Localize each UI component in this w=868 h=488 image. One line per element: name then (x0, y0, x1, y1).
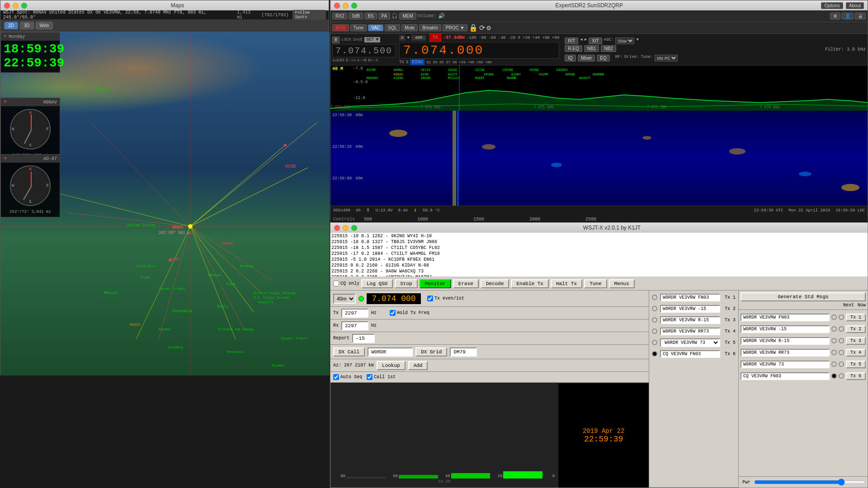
tx1-radio[interactable] (652, 295, 657, 300)
tx2-radio[interactable] (652, 306, 657, 311)
msg-row-2[interactable]: 225915 -18 1.5 1587 - CT1ILT CO5YBC FL02 (331, 245, 867, 251)
hold-tx-checkbox[interactable] (390, 310, 396, 316)
nb1-btn[interactable]: NB1 (584, 45, 599, 52)
req-btn[interactable]: R.EQ (565, 45, 582, 52)
wsjt-maximize-btn[interactable] (351, 225, 357, 231)
gen-tx6-btn[interactable]: Tx 6 (846, 372, 866, 380)
tx6-radio[interactable] (652, 351, 657, 357)
set-btn[interactable]: SET ▼ (364, 37, 380, 42)
call-1st-check[interactable]: Call 1st (367, 374, 396, 380)
proc-btn[interactable]: PROC ▼ (443, 24, 468, 31)
msg-row-3[interactable]: 225915 -17 0.2 1884 - CT1ILT WA4MGL FM16 (331, 251, 867, 257)
tx5-radio[interactable] (652, 340, 657, 345)
tx-even-checkbox[interactable] (427, 296, 433, 301)
mute-btn[interactable]: Mute (401, 24, 418, 31)
sql-btn[interactable]: SQL (385, 24, 400, 31)
gen-input-3[interactable] (741, 349, 830, 357)
sdr-about-btn[interactable]: About (846, 2, 864, 9)
gen-radio-next-3[interactable] (831, 350, 837, 355)
pa-btn[interactable]: PA (378, 13, 391, 19)
sdr-maximize-btn[interactable] (351, 3, 357, 9)
compass-close-1[interactable]: × (4, 99, 7, 105)
tx3-input[interactable] (660, 316, 720, 324)
tx-hz-input[interactable] (341, 309, 368, 318)
gen-radio-next-5[interactable] (831, 373, 837, 379)
tx1-input[interactable] (660, 294, 720, 301)
gen-tx4-btn[interactable]: Tx 4 (846, 349, 866, 357)
iq-btn[interactable]: IQ (565, 55, 576, 61)
msg-row-4[interactable]: 225915 -5 1.0 2014 - KC1DFB KF9EX EN61 (331, 257, 867, 263)
xit-btn[interactable]: XIT (589, 38, 602, 44)
wsjt-freq-display[interactable]: 7.074 000 (367, 293, 421, 304)
decode-btn[interactable]: Decode (481, 279, 509, 288)
stop-btn[interactable]: Stop (395, 279, 417, 288)
mox-btn[interactable]: MOX (332, 24, 349, 31)
wsjt-messages[interactable]: 225915 -10 0.1 1262 - 9K2NO WY4I H-10 22… (330, 233, 868, 277)
wsjt-close-btn[interactable] (334, 225, 340, 231)
wsjt-minimize-btn[interactable] (343, 225, 349, 231)
tx-hz-up[interactable]: ▲ (379, 311, 382, 315)
tx4-radio[interactable] (652, 328, 657, 334)
mem-btn[interactable]: MEM (399, 13, 416, 19)
rit-arrow-left[interactable]: ◄ (580, 38, 582, 44)
mixer-btn[interactable]: Mixer (578, 55, 595, 61)
report-up[interactable]: ▲ (377, 336, 380, 341)
add-btn[interactable]: Add (408, 361, 428, 370)
subrx-btn[interactable]: SubRX (332, 58, 344, 63)
btn-3d[interactable]: 3D (20, 22, 34, 29)
dx-grid-input[interactable] (450, 347, 477, 357)
enable-tx-btn[interactable]: Enable Tx (511, 279, 548, 288)
gen-radio-next-4[interactable] (831, 361, 837, 367)
gen-radio-now-2[interactable] (839, 338, 844, 343)
btn-web[interactable]: Web (36, 22, 53, 29)
gen-radio-now-1[interactable] (839, 326, 844, 332)
monitor-btn[interactable]: Monitor (420, 279, 451, 288)
agc-arrow[interactable]: ▼ (636, 38, 638, 44)
gen-input-2[interactable] (741, 337, 830, 345)
halt-tx-btn[interactable]: Halt Tx (551, 279, 582, 288)
nb2-btn[interactable]: NB2 (601, 45, 616, 52)
rx2-btn[interactable]: RX2 (332, 13, 347, 19)
sync-icon[interactable]: ⟳ (479, 23, 485, 33)
close-button[interactable] (4, 3, 10, 9)
lookup-btn[interactable]: Lookup (377, 361, 406, 370)
tx-hz-down[interactable]: ▼ (384, 311, 387, 315)
gen-radio-next-1[interactable] (831, 326, 837, 332)
main-rx-freq[interactable]: 7.074.000 (399, 42, 559, 59)
rit-btn[interactable]: RIT (565, 38, 578, 44)
compass-close-2[interactable]: × (4, 155, 7, 162)
maps-view[interactable]: Canada United States Mexico Guatemala Cu… (0, 32, 330, 375)
rx-hz-up[interactable]: ▲ (379, 324, 382, 328)
rx-hz-input[interactable] (341, 321, 368, 330)
auto-seq-check[interactable]: Auto Seq (333, 374, 362, 380)
dx-call-btn[interactable]: DX Call (333, 347, 365, 357)
follow-spots-btn[interactable]: Follow Spots (292, 10, 326, 20)
gen-tx1-btn[interactable]: Tx 1 (846, 314, 866, 321)
sdr-waterfall[interactable]: 22:59:30 40m 22:59:15 40m 22:59:00 40m (330, 111, 868, 206)
bca-btn[interactable]: B<-A (368, 58, 378, 63)
gen-input-1[interactable] (741, 325, 830, 333)
vac-btn[interactable]: VAC (368, 24, 383, 31)
bs-btn[interactable]: BS (364, 13, 377, 19)
msg-row-0[interactable]: 225915 -10 0.1 1262 - 9K2NO WY4I H-10 (331, 234, 867, 239)
tune-ctrl-btn[interactable]: Tune (584, 279, 607, 288)
maximize-button[interactable] (21, 3, 27, 9)
sdr-close-btn[interactable] (334, 3, 340, 9)
cq-only-check[interactable]: CQ only (333, 281, 359, 286)
cq-only-checkbox[interactable] (333, 281, 339, 286)
gen-input-5[interactable] (741, 372, 830, 380)
breakin-btn[interactable]: BreakIn (419, 24, 441, 31)
tx-even-check[interactable]: Tx even/1st (427, 296, 464, 301)
agc-select[interactable]: Slow (615, 38, 634, 44)
eq-btn[interactable]: EQ (597, 55, 609, 61)
tune-btn[interactable]: Tune (350, 24, 367, 31)
gen-tx5-btn[interactable]: Tx 5 (846, 361, 866, 368)
tx3-radio[interactable] (652, 317, 657, 323)
gen-tx3-btn[interactable]: Tx 3 (846, 337, 866, 345)
report-down[interactable]: ▼ (382, 336, 385, 341)
hold-tx-check[interactable]: Hold Tx Freq (390, 310, 429, 316)
user-icon-btn[interactable]: 👤 (842, 13, 854, 19)
call-1st-checkbox[interactable] (367, 374, 373, 380)
tx6-input[interactable] (660, 350, 720, 358)
msg-row-5[interactable]: 225915 0 0.2 2160 - G1IUG KIDAY N-08 (331, 263, 867, 269)
